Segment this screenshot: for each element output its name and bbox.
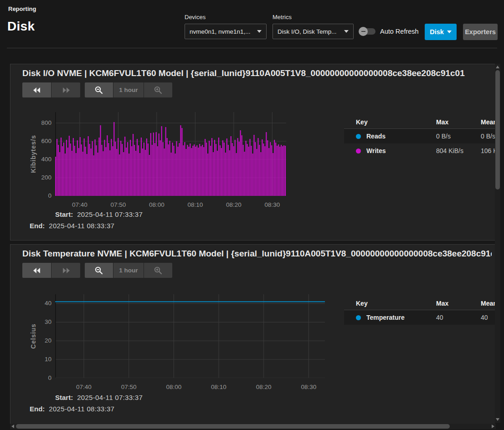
- metrics-select-value: Disk I/O, Disk Temp...: [278, 28, 337, 35]
- scroll-left-arrow-icon[interactable]: [11, 425, 14, 428]
- vertical-scrollbar-thumb[interactable]: [495, 70, 500, 189]
- start-time: Start:2025-04-11 07:33:37: [10, 210, 143, 219]
- zoom-in-icon: [154, 266, 163, 275]
- chart-title: Disk I/O NVME | KCM6FVUL1T60 Model | {se…: [22, 68, 492, 78]
- zoom-group: 1 hour: [85, 82, 172, 97]
- disk-io-plot[interactable]: [55, 112, 286, 196]
- rewind-icon: [33, 267, 41, 274]
- y-axis-ticks: 010203040: [10, 294, 51, 378]
- reads-max: 0 B/s: [436, 133, 481, 140]
- vertical-scrollbar[interactable]: [495, 64, 500, 423]
- time-range-info: Start:2025-04-11 07:33:37 End:2025-04-11…: [10, 210, 143, 230]
- chevron-down-icon: [257, 30, 262, 33]
- fast-forward-icon: [62, 267, 70, 274]
- zoom-in-icon: [154, 86, 163, 95]
- rewind-icon: [33, 87, 41, 93]
- writes-max: 804 KiB/s: [436, 147, 481, 154]
- x-axis-ticks: 07:4007:5008:0008:1008:2008:30: [55, 201, 286, 210]
- devices-select[interactable]: nvme0n1, nvme1n1,...: [185, 24, 267, 39]
- legend-row-writes[interactable]: Writes 804 KiB/s 106 KiB/s: [344, 143, 495, 158]
- scroll-up-arrow-icon[interactable]: [496, 66, 499, 68]
- temperature-max: 40: [436, 314, 481, 321]
- auto-refresh-label: Auto Refresh: [380, 28, 419, 35]
- end-time: End:2025-04-11 08:33:37: [10, 222, 143, 230]
- devices-field: Devices nvme0n1, nvme1n1,...: [185, 14, 267, 39]
- toggle-track-icon[interactable]: [360, 28, 375, 35]
- metrics-field: Metrics Disk I/O, Disk Temp...: [273, 14, 354, 39]
- disk-temperature-plot[interactable]: [55, 294, 325, 378]
- time-range-info: Start:2025-04-11 07:33:37 End:2025-04-11…: [10, 394, 143, 413]
- temperature-mean: 40: [481, 314, 495, 321]
- toggle-knob-icon: [359, 27, 368, 36]
- header-divider: [7, 48, 497, 48]
- zoom-out-button[interactable]: [85, 263, 113, 278]
- chart-toolbar: 1 hour: [22, 263, 172, 278]
- reads-mean: 0 B/s: [481, 133, 495, 140]
- metrics-label: Metrics: [273, 14, 354, 20]
- zoom-in-button[interactable]: [144, 263, 172, 278]
- chart-card-disk-temperature: Disk Temperature NVME | KCM6FVUL1T60 Mod…: [10, 244, 495, 424]
- reports-scroll-viewport: Disk I/O NVME | KCM6FVUL1T60 Model | {se…: [10, 51, 495, 424]
- time-nav-group: [22, 263, 80, 278]
- horizontal-scrollbar[interactable]: [10, 424, 496, 429]
- zoom-out-icon: [94, 86, 103, 95]
- zoom-in-button[interactable]: [144, 82, 172, 97]
- step-forward-button[interactable]: [51, 82, 80, 97]
- zoom-range-label: 1 hour: [113, 263, 144, 278]
- devices-select-value: nvme0n1, nvme1n1,...: [190, 28, 251, 35]
- end-time: End:2025-04-11 08:33:37: [10, 405, 143, 413]
- step-back-button[interactable]: [22, 263, 51, 278]
- legend-header: Key Max Mean: [344, 297, 495, 310]
- zoom-group: 1 hour: [85, 263, 172, 278]
- chart-legend: Key Max Mean Temperature 40 40: [344, 297, 495, 325]
- fast-forward-icon: [62, 87, 70, 93]
- page-title: Disk: [7, 19, 35, 34]
- step-forward-button[interactable]: [51, 263, 80, 278]
- auto-refresh-toggle[interactable]: Auto Refresh: [360, 28, 419, 35]
- zoom-out-icon: [94, 266, 103, 275]
- devices-label: Devices: [185, 14, 267, 20]
- writes-series-dot-icon: [356, 148, 361, 154]
- legend-header: Key Max Mean: [344, 115, 495, 129]
- start-time: Start:2025-04-11 07:33:37: [10, 394, 143, 402]
- disk-menu-button[interactable]: Disk: [425, 24, 457, 40]
- horizontal-scrollbar-thumb[interactable]: [16, 424, 450, 429]
- chart-toolbar: 1 hour: [22, 82, 172, 97]
- x-axis-ticks: 07:4007:5008:0008:1008:2008:30: [55, 384, 325, 392]
- reads-series-dot-icon: [356, 134, 361, 139]
- zoom-range-label: 1 hour: [113, 82, 144, 97]
- chart-legend: Key Max Mean Reads 0 B/s 0 B/s Writes 80…: [344, 115, 495, 158]
- step-back-button[interactable]: [22, 82, 51, 97]
- metrics-select[interactable]: Disk I/O, Disk Temp...: [273, 24, 354, 39]
- breadcrumb-reporting[interactable]: Reporting: [8, 5, 36, 12]
- legend-row-reads[interactable]: Reads 0 B/s 0 B/s: [344, 129, 495, 143]
- legend-row-temperature[interactable]: Temperature 40 40: [344, 310, 495, 325]
- chevron-down-icon: [344, 30, 349, 33]
- time-nav-group: [22, 82, 80, 97]
- exporters-button[interactable]: Exporters: [463, 24, 498, 40]
- chevron-down-icon: [447, 31, 452, 33]
- writes-mean: 106 KiB/s: [481, 147, 495, 154]
- y-axis-ticks: 0200400600800: [10, 112, 51, 196]
- chart-title: Disk Temperature NVME | KCM6FVUL1T60 Mod…: [22, 249, 492, 259]
- zoom-out-button[interactable]: [85, 82, 113, 97]
- scroll-down-arrow-icon[interactable]: [496, 418, 499, 421]
- temperature-series-dot-icon: [356, 315, 361, 320]
- scroll-right-arrow-icon[interactable]: [492, 425, 494, 428]
- chart-card-disk-io: Disk I/O NVME | KCM6FVUL1T60 Model | {se…: [10, 64, 495, 241]
